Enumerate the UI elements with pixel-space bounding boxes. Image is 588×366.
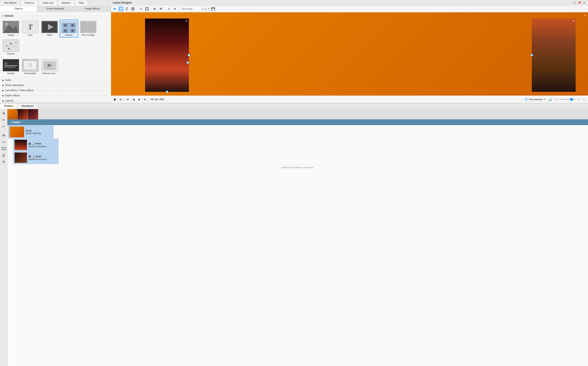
svg-rect-46 (133, 9, 134, 10)
canvas-image-left[interactable]: ✏ (145, 19, 189, 92)
live-effects-header[interactable]: ▶ Live effects / Video effects (2, 88, 109, 93)
next-frame[interactable]: ▶ (137, 97, 142, 102)
sub-tabs-bar: Objects Smart templates Image effects (0, 6, 111, 12)
left-image-edit-icon[interactable]: ✏ (186, 19, 188, 23)
center-divider-handle[interactable] (186, 61, 189, 64)
track-row-2[interactable]: 🖼 🔄 00:05 pexels-myicahel-t... (13, 139, 59, 151)
tab-files[interactable]: Files (75, 0, 88, 6)
timeline-undo[interactable]: ↩ (1, 123, 7, 129)
track-thumb-3 (15, 152, 27, 163)
time-mark-down[interactable]: ▼ (207, 8, 210, 10)
handle-right-mid[interactable] (188, 54, 190, 56)
align-dropdown[interactable]: ▼ (172, 6, 178, 12)
select-tool[interactable] (118, 6, 124, 12)
default-section-header[interactable]: ▼ Default (2, 14, 109, 18)
object-flexi-collage[interactable]: Flexi-Collage (79, 20, 97, 38)
timeline-zoom-out[interactable] (1, 139, 7, 145)
sub-tab-objects[interactable]: Objects (0, 6, 37, 12)
tab-fade-ins[interactable]: Fade-ins (21, 0, 38, 6)
tab-storyboard[interactable]: Storyboard (17, 103, 37, 109)
tab-fade-outs[interactable]: Fade-outs (38, 0, 57, 6)
prev-frame[interactable]: ◀ (131, 97, 136, 102)
timeline-ruler: 0 min (7, 109, 294, 119)
svg-rect-63 (3, 155, 5, 157)
route-animations-header[interactable]: ▶ Route animations (2, 83, 109, 88)
toolbar-separator-3 (165, 7, 165, 11)
time-mark-up[interactable]: ▲ (204, 8, 207, 10)
left-panel: Objects Smart templates Image effects ▼ … (0, 6, 111, 109)
timeline-lock[interactable] (1, 152, 7, 158)
sub-tab-smart-templates[interactable]: Smart templates (37, 6, 74, 12)
time-mark-input[interactable]: 0 (194, 7, 202, 11)
default-section-label: Default (5, 15, 13, 17)
rotate-ccw[interactable]: ↺ (138, 6, 144, 12)
svg-rect-59 (2, 142, 5, 142)
ruler-time-0: 0 min (8, 116, 13, 119)
svg-rect-13 (64, 30, 67, 32)
flip-h-tool[interactable] (152, 6, 158, 12)
flip-v-tool[interactable] (158, 6, 164, 12)
default-section-arrow: ▼ (2, 15, 4, 17)
playback-separator-2 (148, 97, 149, 101)
svg-point-2 (5, 23, 8, 26)
track-icons-2: 🖼 🔄 00:05 (29, 142, 48, 145)
play-button[interactable]: ▶ (113, 97, 118, 102)
skip-forward-button[interactable]: ⏭ (119, 97, 123, 102)
object-image[interactable]: Image (2, 20, 20, 38)
align-menu-tool[interactable]: ≡ (166, 6, 171, 12)
track-row-3[interactable]: 🖼 🔄 00:05 pexels-emre-kuzu... (13, 152, 59, 164)
object-effects-section: ▶ Object effects (2, 93, 109, 98)
timeline-cut-tool[interactable]: ✂ (1, 117, 7, 123)
cursor-tool[interactable] (112, 6, 118, 12)
tab-text-effects[interactable]: Text effects (0, 0, 20, 6)
object-video-label: Video (47, 34, 52, 36)
timeline-zoom-in[interactable] (1, 133, 7, 138)
object-text[interactable]: T Text (21, 20, 39, 38)
layout-designer-title: Layout designer (113, 1, 294, 4)
object-subtitle-thumb (3, 59, 19, 71)
layout-designer-canvas[interactable]: ✏ ✏ ✏ (111, 12, 294, 96)
object-image-label: Image (8, 34, 14, 36)
timeline-fit[interactable] (1, 146, 7, 152)
chapter-minus-icon[interactable]: — (8, 121, 10, 123)
go-to-end[interactable]: ⏭ (142, 97, 148, 102)
object-flexi-thumb (80, 21, 97, 33)
timeline-add-track[interactable] (1, 110, 7, 116)
grid-tool[interactable] (130, 6, 136, 12)
timeline-settings[interactable] (1, 159, 7, 165)
object-chapter[interactable]: Chapter (60, 20, 78, 38)
object-image-thumb (3, 21, 19, 33)
audio-section-header[interactable]: ▶ Audio (2, 78, 109, 83)
track-name-2: pexels-myicahel-t... (29, 145, 48, 148)
object-chapter-thumb (61, 21, 77, 33)
loop-icon-2: 🔄 (32, 142, 35, 145)
object-effects-header[interactable]: ▶ Object effects (2, 93, 109, 98)
object-video[interactable]: Video (40, 20, 59, 38)
align-tool[interactable] (124, 6, 130, 12)
frame-tool[interactable] (144, 6, 149, 12)
go-to-start[interactable]: ⏮ (125, 97, 130, 102)
playhead-marker[interactable] (16, 109, 19, 119)
layouts-section: ▶ Layouts (2, 98, 109, 102)
object-subtitle[interactable]: Subtitle (2, 58, 20, 76)
svg-rect-16 (81, 22, 87, 32)
track-thumb-1 (10, 127, 24, 137)
playback-bar: ▶ ⏭ ⏮ ◀ ▶ ⏭ 00:00.000 Live preview ▼ 📊 —… (111, 96, 294, 103)
svg-rect-11 (64, 24, 67, 27)
svg-rect-44 (133, 8, 134, 9)
layouts-header[interactable]: ▶ Layouts (2, 98, 109, 102)
object-particle[interactable]: Particle (2, 38, 20, 56)
svg-point-24 (8, 48, 10, 50)
handle-bottom-mid[interactable] (166, 91, 168, 93)
track-time-1: 00:05 (26, 130, 41, 132)
track-row-1[interactable]: 00:05 golden light.jpg (8, 126, 53, 138)
chapter-row[interactable]: — Chapter (7, 119, 294, 125)
live-effects-label: Live effects / Video effects (5, 89, 34, 92)
save-layout-button[interactable]: 💾 (211, 6, 216, 11)
tab-motions[interactable]: Motions (58, 0, 74, 6)
tab-timeline[interactable]: Timeline (0, 103, 17, 109)
layout-designer-toolbar: ↺ ≡ ▼ Time mark: 0 s ▲ ▼ 💾 (111, 5, 294, 12)
sub-tab-image-effects[interactable]: Image effects (74, 6, 111, 12)
object-external-cont[interactable]: External cont... (40, 58, 59, 76)
object-placeholder[interactable]: [ ] Placeholder (21, 58, 39, 76)
